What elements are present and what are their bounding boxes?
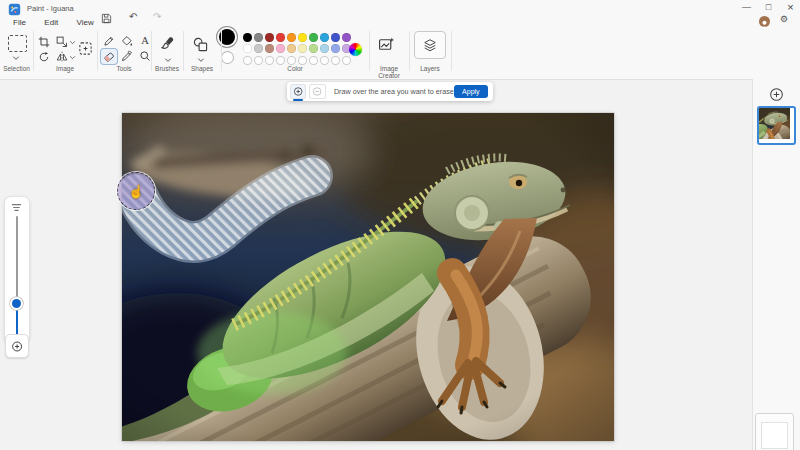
minimize-button[interactable]: —: [736, 0, 757, 15]
paint-window: Paint - Iguana File Edit View ↶ ↷ — □ × …: [0, 0, 800, 450]
rotate-icon[interactable]: [38, 51, 50, 63]
slider-thumb[interactable]: [12, 299, 21, 308]
group-label: Tools: [97, 65, 151, 72]
chevron-down-icon[interactable]: [69, 54, 76, 61]
color-swatch[interactable]: [243, 44, 252, 53]
pencil-icon[interactable]: [103, 35, 115, 47]
color-swatch[interactable]: [298, 33, 307, 42]
brush-size-slider[interactable]: [4, 196, 30, 343]
empty-color-swatch[interactable]: [254, 56, 263, 65]
color-swatch[interactable]: [287, 44, 296, 53]
selection-tool[interactable]: [8, 35, 27, 52]
crop-icon[interactable]: [38, 36, 50, 48]
flip-icon[interactable]: [56, 51, 68, 63]
layer-thumbnail[interactable]: [757, 106, 796, 145]
background-layer-thumbnail[interactable]: [755, 413, 794, 450]
chevron-down-icon[interactable]: [69, 39, 76, 46]
color-swatch[interactable]: [276, 44, 285, 53]
color-swatch[interactable]: [309, 33, 318, 42]
empty-color-swatch[interactable]: [298, 56, 307, 65]
empty-color-swatch[interactable]: [342, 56, 351, 65]
slider-fill: [16, 304, 18, 335]
brushes-icon[interactable]: [160, 36, 176, 52]
resize-icon[interactable]: [56, 36, 68, 48]
color-swatch[interactable]: [309, 44, 318, 53]
settings-gear-icon[interactable]: ⚙: [780, 14, 788, 24]
fill-icon[interactable]: [121, 35, 133, 47]
banner-message: Draw over the area you want to erase: [334, 87, 454, 96]
mask-preview-button[interactable]: [5, 334, 29, 358]
avatar[interactable]: [759, 16, 770, 27]
group-label: Image Creator: [369, 65, 409, 79]
empty-color-swatch[interactable]: [331, 56, 340, 65]
shapes-icon[interactable]: [193, 37, 208, 52]
color-swatch[interactable]: [298, 44, 307, 53]
menu-file[interactable]: File: [6, 16, 33, 29]
group-label: Color: [221, 65, 369, 72]
maximize-button[interactable]: □: [758, 0, 779, 15]
iguana-photo: [122, 113, 614, 441]
color-swatch[interactable]: [331, 33, 340, 42]
undo-icon[interactable]: ↶: [129, 12, 137, 22]
magnifier-icon[interactable]: [139, 50, 151, 62]
secondary-color-swatch[interactable]: [221, 51, 234, 64]
empty-color-swatch[interactable]: [265, 56, 274, 65]
close-button[interactable]: ×: [780, 0, 800, 15]
group-label: Layers: [409, 65, 451, 72]
empty-color-swatch[interactable]: [287, 56, 296, 65]
layer-thumbnail-image: [759, 108, 790, 139]
eyedropper-icon[interactable]: [121, 50, 133, 62]
empty-color-swatch[interactable]: [243, 56, 252, 65]
size-icon: [10, 201, 23, 214]
color-swatch[interactable]: [254, 33, 263, 42]
color-swatch[interactable]: [331, 44, 340, 53]
layers-button[interactable]: [414, 31, 446, 59]
color-palette: [243, 33, 353, 67]
color-swatch[interactable]: [320, 33, 329, 42]
layers-icon: [423, 38, 437, 52]
eraser-icon: [103, 51, 115, 63]
group-label: Image: [33, 65, 97, 72]
empty-color-swatch[interactable]: [276, 56, 285, 65]
erase-remove-toggle[interactable]: [309, 84, 325, 99]
save-icon[interactable]: [101, 13, 112, 24]
color-swatch[interactable]: [342, 33, 351, 42]
group-label: Brushes: [151, 65, 183, 72]
empty-color-swatch[interactable]: [309, 56, 318, 65]
image-options-icon[interactable]: [78, 41, 93, 56]
color-swatch[interactable]: [287, 33, 296, 42]
canvas[interactable]: [122, 113, 614, 441]
add-layer-button[interactable]: [768, 86, 784, 102]
menu-edit[interactable]: Edit: [37, 16, 65, 29]
group-label: Selection: [0, 65, 33, 72]
chevron-down-icon[interactable]: [197, 56, 205, 64]
color-swatch[interactable]: [243, 33, 252, 42]
hand-pointer-icon: ☝: [128, 184, 144, 199]
erase-add-toggle[interactable]: [290, 84, 306, 99]
group-label: Shapes: [183, 65, 221, 72]
menubar: File Edit View: [6, 11, 101, 29]
image-creator-button[interactable]: [378, 36, 395, 53]
empty-color-swatch[interactable]: [320, 56, 329, 65]
color-swatch[interactable]: [320, 44, 329, 53]
background-layer-preview: [761, 422, 788, 449]
edit-colors-wheel[interactable]: [349, 43, 362, 56]
color-swatch[interactable]: [265, 33, 274, 42]
header: Paint - Iguana File Edit View ↶ ↷ — □ × …: [0, 0, 800, 80]
color-swatch[interactable]: [276, 33, 285, 42]
color-swatch[interactable]: [265, 44, 274, 53]
generative-erase-banner: Draw over the area you want to erase App…: [287, 82, 493, 101]
redo-icon: ↷: [153, 12, 161, 22]
menu-view[interactable]: View: [70, 16, 101, 29]
eraser-tool-selected[interactable]: [101, 49, 117, 64]
chevron-down-icon[interactable]: [12, 54, 20, 62]
layers-panel: [752, 79, 800, 450]
apply-button[interactable]: Apply: [454, 85, 488, 98]
color-swatch[interactable]: [254, 44, 263, 53]
text-icon[interactable]: [139, 34, 151, 46]
brush-cursor: ☝: [117, 172, 155, 210]
chevron-down-icon[interactable]: [164, 56, 172, 64]
